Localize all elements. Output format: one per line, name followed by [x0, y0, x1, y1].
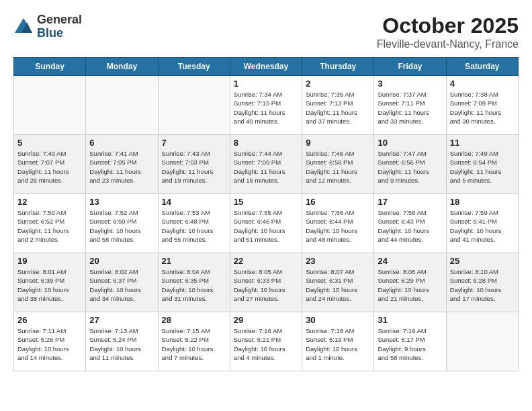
day-cell: 1Sunrise: 7:34 AM Sunset: 7:15 PM Daylig…	[230, 76, 302, 135]
day-number: 17	[378, 197, 442, 207]
day-info: Sunrise: 8:01 AM Sunset: 6:39 PM Dayligh…	[17, 267, 82, 303]
day-cell	[86, 76, 158, 135]
day-info: Sunrise: 7:13 AM Sunset: 5:24 PM Dayligh…	[89, 326, 154, 362]
day-number: 15	[234, 197, 298, 207]
day-number: 26	[17, 315, 82, 325]
day-info: Sunrise: 7:55 AM Sunset: 6:46 PM Dayligh…	[234, 208, 298, 244]
day-info: Sunrise: 7:35 AM Sunset: 7:13 PM Dayligh…	[306, 90, 370, 126]
day-info: Sunrise: 7:58 AM Sunset: 6:43 PM Dayligh…	[378, 208, 442, 244]
day-cell: 21Sunrise: 8:04 AM Sunset: 6:35 PM Dayli…	[158, 253, 230, 312]
day-info: Sunrise: 7:52 AM Sunset: 6:50 PM Dayligh…	[89, 208, 154, 244]
title-area: October 2025 Fleville-devant-Nancy, Fran…	[377, 13, 519, 50]
day-info: Sunrise: 7:56 AM Sunset: 6:44 PM Dayligh…	[306, 208, 370, 244]
day-header-wednesday: Wednesday	[230, 58, 302, 76]
day-number: 19	[17, 256, 82, 266]
day-cell: 23Sunrise: 8:07 AM Sunset: 6:31 PM Dayli…	[302, 253, 374, 312]
week-row-2: 5Sunrise: 7:40 AM Sunset: 7:07 PM Daylig…	[14, 135, 519, 194]
day-info: Sunrise: 7:59 AM Sunset: 6:41 PM Dayligh…	[450, 208, 515, 244]
location: Fleville-devant-Nancy, France	[377, 38, 519, 50]
day-number: 6	[89, 138, 154, 148]
day-info: Sunrise: 7:37 AM Sunset: 7:11 PM Dayligh…	[378, 90, 442, 126]
day-number: 24	[378, 256, 442, 266]
day-number: 14	[162, 197, 226, 207]
day-cell: 6Sunrise: 7:41 AM Sunset: 7:05 PM Daylig…	[86, 135, 158, 194]
day-cell: 31Sunrise: 7:19 AM Sunset: 5:17 PM Dayli…	[374, 312, 446, 371]
day-number: 28	[162, 315, 226, 325]
day-number: 8	[234, 138, 298, 148]
day-header-thursday: Thursday	[302, 58, 374, 76]
day-info: Sunrise: 8:07 AM Sunset: 6:31 PM Dayligh…	[306, 267, 370, 303]
logo: General Blue	[13, 13, 82, 40]
day-info: Sunrise: 7:44 AM Sunset: 7:00 PM Dayligh…	[234, 149, 298, 185]
week-row-4: 19Sunrise: 8:01 AM Sunset: 6:39 PM Dayli…	[14, 253, 519, 312]
day-cell: 28Sunrise: 7:15 AM Sunset: 5:22 PM Dayli…	[158, 312, 230, 371]
day-info: Sunrise: 7:47 AM Sunset: 6:56 PM Dayligh…	[378, 149, 442, 185]
day-cell: 10Sunrise: 7:47 AM Sunset: 6:56 PM Dayli…	[374, 135, 446, 194]
day-info: Sunrise: 8:10 AM Sunset: 6:28 PM Dayligh…	[450, 267, 515, 303]
logo-icon	[13, 17, 34, 37]
day-cell: 30Sunrise: 7:18 AM Sunset: 5:19 PM Dayli…	[302, 312, 374, 371]
day-info: Sunrise: 8:08 AM Sunset: 6:29 PM Dayligh…	[378, 267, 442, 303]
day-number: 31	[378, 315, 442, 325]
day-info: Sunrise: 7:41 AM Sunset: 7:05 PM Dayligh…	[89, 149, 154, 185]
week-row-1: 1Sunrise: 7:34 AM Sunset: 7:15 PM Daylig…	[14, 76, 519, 135]
calendar: SundayMondayTuesdayWednesdayThursdayFrid…	[13, 57, 519, 371]
day-number: 18	[450, 197, 515, 207]
day-number: 10	[378, 138, 442, 148]
day-number: 22	[234, 256, 298, 266]
day-info: Sunrise: 7:15 AM Sunset: 5:22 PM Dayligh…	[162, 326, 226, 362]
day-number: 4	[450, 79, 515, 89]
day-info: Sunrise: 7:19 AM Sunset: 5:17 PM Dayligh…	[378, 326, 442, 362]
day-info: Sunrise: 7:11 AM Sunset: 5:26 PM Dayligh…	[17, 326, 82, 362]
day-number: 30	[306, 315, 370, 325]
day-info: Sunrise: 7:40 AM Sunset: 7:07 PM Dayligh…	[17, 149, 82, 185]
day-header-friday: Friday	[374, 58, 446, 76]
day-info: Sunrise: 7:16 AM Sunset: 5:21 PM Dayligh…	[234, 326, 298, 362]
week-row-5: 26Sunrise: 7:11 AM Sunset: 5:26 PM Dayli…	[14, 312, 519, 371]
day-number: 27	[89, 315, 154, 325]
day-cell: 4Sunrise: 7:38 AM Sunset: 7:09 PM Daylig…	[446, 76, 518, 135]
day-cell: 7Sunrise: 7:43 AM Sunset: 7:03 PM Daylig…	[158, 135, 230, 194]
day-cell: 17Sunrise: 7:58 AM Sunset: 6:43 PM Dayli…	[374, 194, 446, 253]
day-cell: 20Sunrise: 8:02 AM Sunset: 6:37 PM Dayli…	[86, 253, 158, 312]
header: General Blue October 2025 Fleville-devan…	[13, 13, 519, 50]
day-header-tuesday: Tuesday	[158, 58, 230, 76]
day-number: 2	[306, 79, 370, 89]
day-number: 7	[162, 138, 226, 148]
day-cell: 11Sunrise: 7:49 AM Sunset: 6:54 PM Dayli…	[446, 135, 518, 194]
day-number: 11	[450, 138, 515, 148]
day-info: Sunrise: 7:38 AM Sunset: 7:09 PM Dayligh…	[450, 90, 515, 126]
day-cell: 9Sunrise: 7:46 AM Sunset: 6:58 PM Daylig…	[302, 135, 374, 194]
day-info: Sunrise: 7:34 AM Sunset: 7:15 PM Dayligh…	[234, 90, 298, 126]
day-cell: 12Sunrise: 7:50 AM Sunset: 6:52 PM Dayli…	[14, 194, 86, 253]
day-info: Sunrise: 7:46 AM Sunset: 6:58 PM Dayligh…	[306, 149, 370, 185]
day-cell: 2Sunrise: 7:35 AM Sunset: 7:13 PM Daylig…	[302, 76, 374, 135]
day-cell	[446, 312, 518, 371]
day-cell: 18Sunrise: 7:59 AM Sunset: 6:41 PM Dayli…	[446, 194, 518, 253]
day-header-saturday: Saturday	[446, 58, 518, 76]
day-cell: 5Sunrise: 7:40 AM Sunset: 7:07 PM Daylig…	[14, 135, 86, 194]
month-title: October 2025	[377, 13, 519, 38]
day-info: Sunrise: 8:05 AM Sunset: 6:33 PM Dayligh…	[234, 267, 298, 303]
day-cell: 13Sunrise: 7:52 AM Sunset: 6:50 PM Dayli…	[86, 194, 158, 253]
day-cell: 3Sunrise: 7:37 AM Sunset: 7:11 PM Daylig…	[374, 76, 446, 135]
day-info: Sunrise: 7:49 AM Sunset: 6:54 PM Dayligh…	[450, 149, 515, 185]
day-cell: 19Sunrise: 8:01 AM Sunset: 6:39 PM Dayli…	[14, 253, 86, 312]
week-row-3: 12Sunrise: 7:50 AM Sunset: 6:52 PM Dayli…	[14, 194, 519, 253]
day-number: 12	[17, 197, 82, 207]
day-cell: 26Sunrise: 7:11 AM Sunset: 5:26 PM Dayli…	[14, 312, 86, 371]
day-number: 29	[234, 315, 298, 325]
day-number: 13	[89, 197, 154, 207]
header-row: SundayMondayTuesdayWednesdayThursdayFrid…	[14, 58, 519, 76]
day-info: Sunrise: 7:43 AM Sunset: 7:03 PM Dayligh…	[162, 149, 226, 185]
day-number: 1	[234, 79, 298, 89]
day-cell: 25Sunrise: 8:10 AM Sunset: 6:28 PM Dayli…	[446, 253, 518, 312]
day-cell	[14, 76, 86, 135]
day-cell: 16Sunrise: 7:56 AM Sunset: 6:44 PM Dayli…	[302, 194, 374, 253]
day-cell: 27Sunrise: 7:13 AM Sunset: 5:24 PM Dayli…	[86, 312, 158, 371]
logo-general: General	[37, 13, 82, 27]
day-info: Sunrise: 7:53 AM Sunset: 6:48 PM Dayligh…	[162, 208, 226, 244]
day-cell: 15Sunrise: 7:55 AM Sunset: 6:46 PM Dayli…	[230, 194, 302, 253]
day-cell	[158, 76, 230, 135]
day-number: 25	[450, 256, 515, 266]
